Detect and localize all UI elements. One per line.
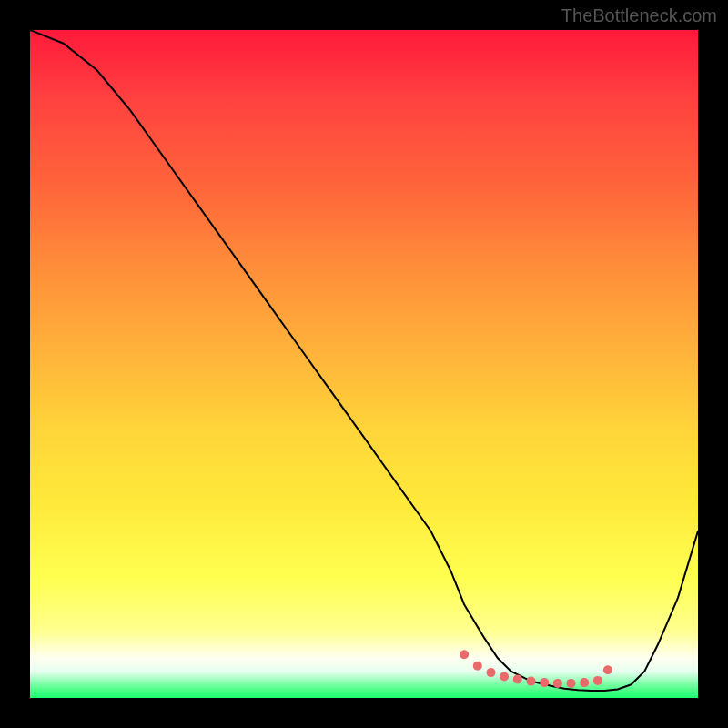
- optimal-marker-dot: [553, 679, 562, 688]
- optimal-marker-dot: [593, 676, 602, 685]
- curve-group: [30, 30, 698, 691]
- optimal-marker-dot: [473, 662, 482, 671]
- optimal-marker-dot: [500, 672, 509, 682]
- optimal-marker-dot: [527, 677, 536, 686]
- optimal-marker-dot: [540, 678, 549, 687]
- bottleneck-curve-line: [30, 30, 698, 691]
- optimal-marker-dot: [513, 674, 522, 683]
- optimal-marker-dot: [460, 650, 469, 659]
- optimal-marker-dot: [603, 665, 612, 674]
- optimal-marker-dot: [580, 678, 589, 687]
- chart-container: TheBottleneck.com: [0, 0, 728, 728]
- plot-area: [30, 30, 698, 698]
- optimal-marker-dot: [567, 679, 576, 688]
- optimal-marker-dot: [487, 668, 496, 677]
- watermark-text: TheBottleneck.com: [561, 5, 717, 26]
- chart-svg: [30, 30, 698, 698]
